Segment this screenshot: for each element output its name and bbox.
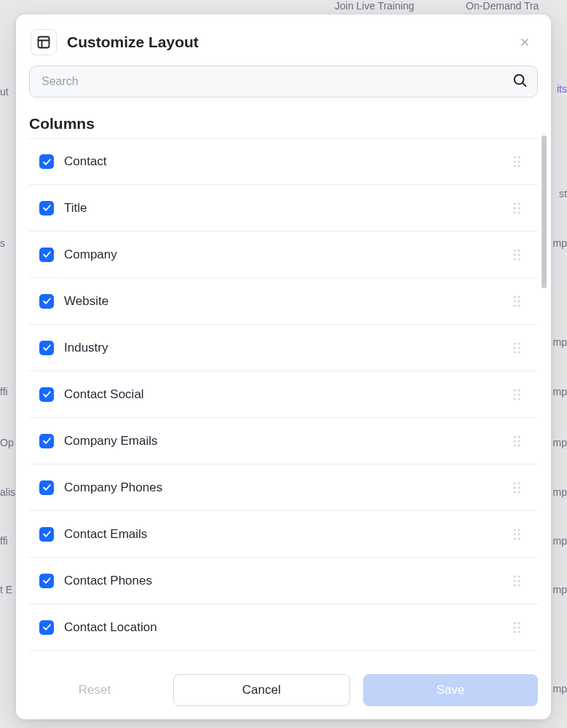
drag-handle-icon bbox=[512, 341, 521, 355]
search-field-wrap bbox=[29, 66, 538, 98]
drag-handle[interactable] bbox=[510, 620, 523, 635]
column-label: Company Emails bbox=[64, 434, 500, 448]
svg-point-12 bbox=[518, 165, 520, 167]
drag-handle[interactable] bbox=[510, 434, 523, 448]
svg-point-10 bbox=[518, 160, 520, 162]
scrollbar-thumb[interactable] bbox=[542, 135, 547, 288]
svg-point-31 bbox=[513, 342, 515, 344]
save-button[interactable]: Save bbox=[363, 674, 539, 706]
drag-handle[interactable] bbox=[510, 154, 523, 169]
svg-point-32 bbox=[518, 342, 520, 344]
svg-point-39 bbox=[513, 393, 515, 395]
column-checkbox[interactable] bbox=[39, 434, 54, 448]
layout-icon bbox=[31, 29, 57, 55]
svg-point-46 bbox=[518, 440, 520, 442]
bg-left-frag: s bbox=[0, 237, 5, 249]
svg-point-54 bbox=[518, 491, 520, 493]
svg-point-57 bbox=[513, 533, 515, 535]
bg-left-frag: ut bbox=[0, 86, 9, 98]
svg-point-13 bbox=[513, 202, 515, 205]
check-icon bbox=[42, 296, 52, 306]
check-icon bbox=[42, 389, 52, 399]
drag-handle[interactable] bbox=[510, 387, 523, 402]
svg-point-20 bbox=[518, 249, 520, 251]
svg-point-64 bbox=[518, 579, 520, 582]
svg-point-18 bbox=[518, 211, 520, 213]
column-checkbox[interactable] bbox=[39, 620, 54, 635]
svg-point-23 bbox=[513, 258, 515, 260]
svg-point-34 bbox=[518, 347, 520, 349]
drag-handle[interactable] bbox=[510, 201, 523, 215]
modal-header: Customize Layout bbox=[16, 15, 551, 66]
svg-point-22 bbox=[518, 253, 520, 256]
svg-point-49 bbox=[513, 482, 515, 484]
column-label: Contact bbox=[64, 154, 500, 169]
drag-handle-icon bbox=[512, 248, 521, 261]
svg-point-48 bbox=[518, 444, 520, 446]
column-checkbox[interactable] bbox=[39, 341, 54, 355]
column-checkbox[interactable] bbox=[39, 248, 54, 262]
column-label: Contact Phones bbox=[64, 574, 500, 588]
svg-point-52 bbox=[518, 486, 520, 488]
svg-point-59 bbox=[513, 537, 515, 539]
svg-point-27 bbox=[513, 300, 515, 302]
svg-point-69 bbox=[513, 626, 515, 628]
svg-point-24 bbox=[518, 258, 520, 260]
drag-handle-icon bbox=[512, 435, 521, 448]
reset-button[interactable]: Reset bbox=[29, 674, 160, 706]
cancel-button[interactable]: Cancel bbox=[173, 674, 350, 706]
bg-left-frag: alis bbox=[0, 486, 15, 498]
column-checkbox[interactable] bbox=[39, 294, 54, 309]
svg-point-38 bbox=[518, 389, 520, 391]
column-row: Company bbox=[29, 232, 538, 278]
columns-section: Columns ContactTitleCompanyWebsiteIndust… bbox=[16, 111, 551, 664]
drag-handle-icon bbox=[512, 621, 521, 634]
customize-layout-modal: Customize Layout Columns ContactTitleCom… bbox=[16, 15, 551, 719]
svg-line-6 bbox=[523, 83, 526, 86]
close-button[interactable] bbox=[516, 33, 534, 51]
bg-right-frag: mp bbox=[553, 237, 567, 249]
modal-footer: Reset Cancel Save bbox=[16, 664, 551, 719]
drag-handle[interactable] bbox=[510, 480, 523, 495]
drag-handle[interactable] bbox=[510, 574, 523, 588]
svg-point-14 bbox=[518, 202, 520, 205]
drag-handle-icon bbox=[512, 202, 521, 215]
search-icon bbox=[512, 72, 528, 91]
drag-handle-icon bbox=[512, 481, 521, 494]
svg-point-67 bbox=[513, 622, 515, 624]
check-icon bbox=[42, 622, 52, 632]
bg-top-link-2: On-Demand Tra bbox=[466, 0, 539, 12]
svg-point-56 bbox=[518, 529, 520, 531]
check-icon bbox=[42, 483, 52, 492]
check-icon bbox=[42, 436, 52, 446]
drag-handle[interactable] bbox=[510, 341, 523, 355]
svg-rect-0 bbox=[39, 37, 49, 48]
column-checkbox[interactable] bbox=[39, 154, 54, 169]
svg-point-71 bbox=[513, 630, 515, 633]
check-icon bbox=[42, 203, 52, 213]
svg-point-11 bbox=[513, 165, 515, 167]
drag-handle[interactable] bbox=[510, 294, 523, 309]
columns-list: ContactTitleCompanyWebsiteIndustryContac… bbox=[29, 138, 538, 651]
column-checkbox[interactable] bbox=[39, 574, 54, 588]
column-label: Contact Location bbox=[64, 620, 500, 635]
svg-point-61 bbox=[513, 575, 515, 577]
column-checkbox[interactable] bbox=[39, 527, 54, 542]
svg-point-72 bbox=[518, 630, 520, 633]
drag-handle[interactable] bbox=[510, 527, 523, 542]
column-row: Contact Phones bbox=[29, 558, 538, 604]
close-icon bbox=[520, 37, 530, 47]
bg-right-frag: mp bbox=[553, 437, 567, 448]
column-checkbox[interactable] bbox=[39, 201, 54, 215]
column-label: Company Phones bbox=[64, 480, 500, 495]
svg-point-19 bbox=[513, 249, 515, 251]
column-row: Industry bbox=[29, 325, 538, 371]
search-input[interactable] bbox=[29, 66, 538, 98]
column-checkbox[interactable] bbox=[39, 387, 54, 402]
svg-point-26 bbox=[518, 296, 520, 298]
check-icon bbox=[42, 529, 52, 539]
drag-handle[interactable] bbox=[510, 248, 523, 262]
svg-point-66 bbox=[518, 584, 520, 586]
column-checkbox[interactable] bbox=[39, 480, 54, 495]
column-row: Company Phones bbox=[29, 464, 538, 511]
